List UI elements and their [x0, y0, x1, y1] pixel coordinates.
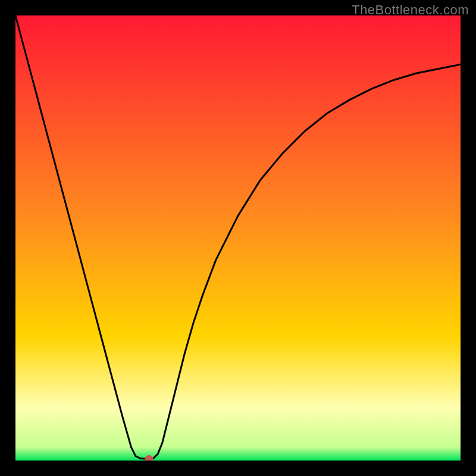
gradient-background [15, 15, 461, 461]
chart-frame: TheBottleneck.com [0, 0, 476, 476]
chart-svg [15, 15, 461, 461]
plot-area [15, 15, 461, 461]
